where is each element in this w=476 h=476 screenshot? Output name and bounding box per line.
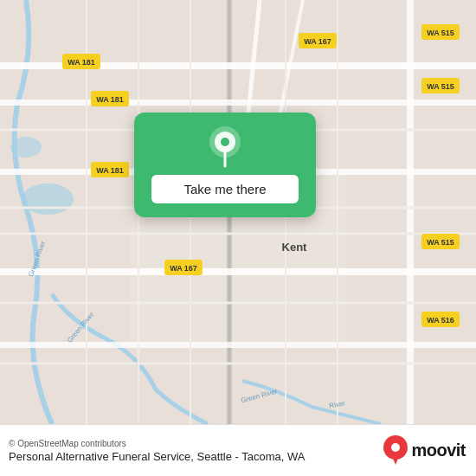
svg-text:WA 515: WA 515 <box>427 29 454 37</box>
svg-point-51 <box>391 443 400 452</box>
popup-card: Take me there <box>134 113 316 217</box>
location-pin-icon <box>206 128 244 166</box>
svg-point-49 <box>221 138 229 146</box>
take-me-there-button[interactable]: Take me there <box>151 175 299 203</box>
svg-rect-7 <box>0 100 476 106</box>
svg-text:WA 167: WA 167 <box>170 264 197 273</box>
svg-point-2 <box>10 137 42 158</box>
svg-text:Kent: Kent <box>282 241 308 254</box>
copyright-text: © OpenStreetMap contributors <box>9 439 306 448</box>
bottom-bar: © OpenStreetMap contributors Personal Al… <box>0 424 476 476</box>
svg-text:WA 181: WA 181 <box>96 95 124 104</box>
svg-text:WA 515: WA 515 <box>427 238 454 247</box>
svg-text:WA 515: WA 515 <box>427 82 454 91</box>
svg-text:WA 516: WA 516 <box>427 316 454 325</box>
svg-marker-52 <box>392 456 399 465</box>
map-container: WA 181 WA 181 WA 181 WA 167 WA 167 WA 51… <box>0 0 476 424</box>
svg-text:WA 181: WA 181 <box>96 166 124 175</box>
svg-text:WA 167: WA 167 <box>304 37 331 46</box>
svg-rect-9 <box>0 268 476 275</box>
svg-text:WA 181: WA 181 <box>68 58 95 67</box>
svg-rect-11 <box>407 0 414 424</box>
moovit-text: moovit <box>411 441 466 460</box>
svg-point-1 <box>22 183 74 215</box>
moovit-logo: moovit <box>383 435 466 466</box>
place-name: Personal Alternative Funeral Service, Se… <box>9 450 306 463</box>
bottom-left: © OpenStreetMap contributors Personal Al… <box>9 439 306 463</box>
moovit-pin-icon <box>383 435 408 466</box>
